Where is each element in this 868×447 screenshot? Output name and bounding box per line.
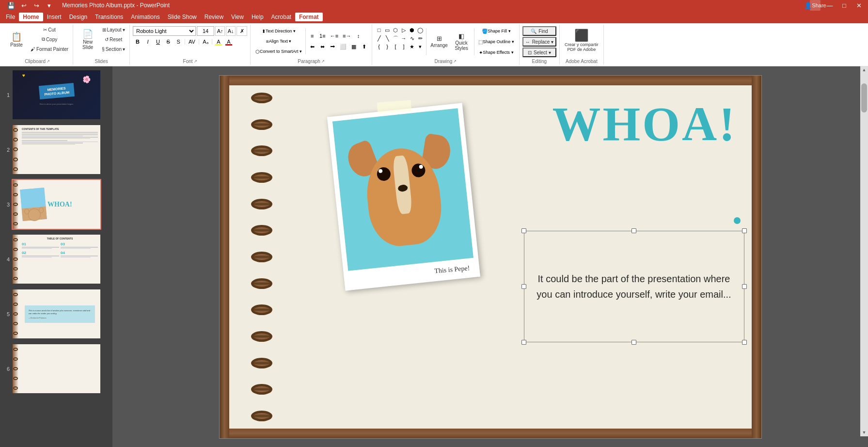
- menu-help[interactable]: Help: [248, 13, 268, 21]
- whoa-title[interactable]: WHOA!: [552, 100, 737, 148]
- rotate-handle[interactable]: [734, 217, 741, 224]
- menu-transitions[interactable]: Transitions: [91, 13, 127, 21]
- slide-thumb-3[interactable]: 3: [2, 178, 110, 231]
- cut-button[interactable]: ✂ Cut: [29, 25, 70, 34]
- strikethrough-button[interactable]: S: [163, 37, 173, 47]
- new-slide-button[interactable]: 📄 New Slide: [76, 25, 99, 54]
- find-button[interactable]: 🔍 Find: [522, 26, 556, 36]
- handle-bottom-mid[interactable]: [631, 340, 636, 345]
- shape5-btn[interactable]: ⬢: [408, 26, 416, 34]
- handle-bottom-right[interactable]: [742, 340, 747, 345]
- menu-insert[interactable]: Insert: [43, 13, 65, 21]
- menu-acrobat[interactable]: Acrobat: [268, 13, 295, 21]
- save-button[interactable]: 💾: [6, 0, 16, 11]
- close-button[interactable]: ✕: [853, 0, 864, 11]
- menu-design[interactable]: Design: [65, 13, 91, 21]
- handle-top-right[interactable]: [742, 228, 747, 233]
- paragraph-expand-icon[interactable]: ↗: [321, 59, 325, 64]
- scroll-up-button[interactable]: ▲: [861, 66, 867, 74]
- scroll-thumb[interactable]: [861, 83, 867, 112]
- indent-button[interactable]: ⬆: [359, 42, 369, 51]
- paste-button[interactable]: 📋 Paste: [5, 25, 28, 54]
- menu-review[interactable]: Review: [201, 13, 227, 21]
- line-shape-btn[interactable]: ╱: [375, 34, 383, 42]
- handle-bottom-left[interactable]: [521, 340, 526, 345]
- select-button[interactable]: ⊡ Select ▾: [522, 48, 556, 57]
- slide-thumb-1[interactable]: 1 MEMORIESPHOTO ALBUM 🌸 ♥ Here is where …: [2, 68, 110, 121]
- rounded-rect-shape-btn[interactable]: ▭: [383, 26, 391, 34]
- vertical-scrollbar[interactable]: ▲ ▼: [860, 66, 868, 436]
- shape6-btn[interactable]: ◯: [416, 26, 424, 34]
- line2-shape-btn[interactable]: ╲: [383, 34, 391, 42]
- section-button[interactable]: § Section ▾: [100, 45, 126, 53]
- maximize-button[interactable]: □: [839, 0, 850, 11]
- handle-right-mid[interactable]: [742, 284, 747, 289]
- menu-slideshow[interactable]: Slide Show: [164, 13, 201, 21]
- star-shape-btn[interactable]: ★: [408, 43, 416, 50]
- quick-styles-button[interactable]: ◧ Quick Styles: [451, 26, 472, 57]
- replace-button[interactable]: ↔ Replace ▾: [522, 37, 556, 47]
- align-center-button[interactable]: ⬌: [317, 42, 327, 51]
- arrow-shape-btn[interactable]: →: [400, 34, 408, 42]
- shape-fill-button[interactable]: 🪣 Shape Fill ▾: [476, 26, 516, 36]
- redo-button[interactable]: ↪: [31, 0, 42, 11]
- create-pdf-button[interactable]: ⬛ Crear y compartir PDF de Adobe: [563, 26, 600, 55]
- shape-outline-button[interactable]: ⬚ Shape Outline ▾: [476, 37, 516, 47]
- increase-indent-button[interactable]: ≡→: [341, 31, 353, 41]
- font-size-aa-button[interactable]: Aₐ: [201, 37, 210, 47]
- shape-effects-button[interactable]: ✦ Shape Effects ▾: [476, 48, 516, 57]
- font-expand-icon[interactable]: ↗: [194, 59, 197, 64]
- scroll-down-button[interactable]: ▼: [861, 429, 867, 436]
- share-button[interactable]: 👤 Share: [810, 0, 821, 11]
- bullets-button[interactable]: ≡: [307, 31, 317, 41]
- highlight-color-button[interactable]: A: [214, 37, 223, 47]
- menu-home[interactable]: Home: [19, 13, 43, 21]
- bold-button[interactable]: B: [133, 37, 142, 47]
- convert-smartart-button[interactable]: ⬡ Convert to SmartArt ▾: [253, 47, 304, 56]
- text-box-container[interactable]: It could be the part of the presentation…: [524, 231, 744, 342]
- underline-button[interactable]: U: [153, 37, 163, 47]
- increase-font-size-button[interactable]: A↑: [215, 26, 225, 36]
- columns-button[interactable]: ▦: [349, 42, 359, 51]
- line-spacing-button[interactable]: ↕: [353, 31, 363, 41]
- align-left-button[interactable]: ⬅: [307, 42, 317, 51]
- slide-thumb-4[interactable]: 4 TABLE OF CONTENTS 01: [2, 233, 110, 286]
- arrange-button[interactable]: ⊞ Arrange: [428, 26, 450, 57]
- shapes-more-btn[interactable]: ▾: [416, 43, 424, 50]
- freeform-shape-btn[interactable]: ✏: [416, 34, 424, 42]
- justify-button[interactable]: ⬜: [338, 42, 348, 51]
- copy-button[interactable]: ⧉ Copy: [29, 35, 70, 44]
- minimize-button[interactable]: —: [824, 0, 835, 11]
- clipboard-expand-icon[interactable]: ↗: [47, 59, 50, 64]
- slide-thumbnail-3[interactable]: WHOA!: [12, 179, 101, 230]
- align-right-button[interactable]: ⮕: [328, 42, 337, 51]
- slide-thumb-5[interactable]: 5 This is a some words but of wisdom plu…: [2, 287, 110, 340]
- reset-button[interactable]: ↺ Reset: [100, 35, 126, 44]
- slide-thumbnail-2[interactable]: CONTENTS OF THIS TEMPLATE: [12, 124, 101, 175]
- dog-photo[interactable]: This is Pepe!: [327, 103, 480, 290]
- italic-button[interactable]: I: [143, 37, 153, 47]
- char-spacing-button[interactable]: AV: [187, 37, 197, 47]
- menu-view[interactable]: View: [227, 13, 248, 21]
- slide-thumbnail-1[interactable]: MEMORIESPHOTO ALBUM 🌸 ♥ Here is where yo…: [12, 69, 101, 120]
- decrease-indent-button[interactable]: ←≡: [328, 31, 340, 41]
- decrease-font-size-button[interactable]: A↓: [226, 26, 236, 36]
- menu-format[interactable]: Format: [295, 13, 323, 21]
- bracket-shape-btn[interactable]: [: [392, 43, 399, 50]
- text-direction-button[interactable]: ⬍ Text Direction ▾: [253, 26, 304, 36]
- menu-file[interactable]: File: [2, 13, 19, 21]
- font-color-button[interactable]: A: [224, 37, 234, 47]
- slide-thumb-6[interactable]: 6: [2, 342, 110, 395]
- menu-animations[interactable]: Animations: [127, 13, 163, 21]
- handle-top-mid[interactable]: [631, 228, 636, 233]
- callout-shape-btn[interactable]: {: [375, 43, 383, 50]
- drawing-expand-icon[interactable]: ↗: [453, 59, 457, 64]
- clear-format-button[interactable]: ✗: [237, 26, 247, 36]
- shadow-button[interactable]: S: [174, 37, 183, 47]
- shape4-btn[interactable]: ▷: [400, 26, 408, 34]
- arc-shape-btn[interactable]: ⌒: [392, 34, 399, 42]
- main-slide[interactable]: This is Pepe! WHOA!: [219, 75, 762, 439]
- slide-thumbnail-6[interactable]: [12, 343, 101, 394]
- layout-button[interactable]: ⊞ Layout ▾: [100, 25, 126, 34]
- align-text-button[interactable]: ≡ Align Text ▾: [253, 36, 304, 46]
